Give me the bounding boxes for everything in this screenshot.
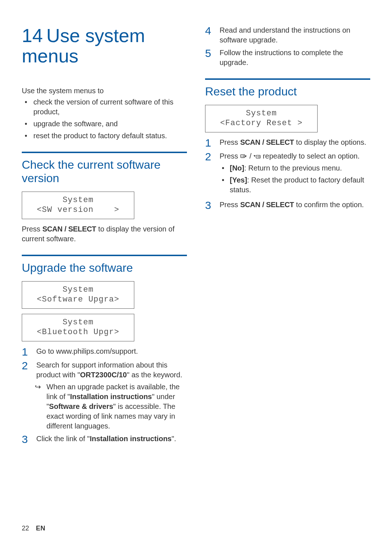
chapter-heading: 14Use system menus [22, 25, 187, 66]
language-code: EN [36, 525, 45, 532]
step-item: 5 Follow the instructions to complete th… [205, 48, 370, 67]
section-upgrade-heading: Upgrade the software [22, 255, 187, 275]
lcd-line1: System [211, 109, 312, 118]
step-number: 1 [205, 138, 220, 148]
step-text: Follow the instructions to complete the … [220, 48, 370, 67]
upgrade-steps-cont: 4 Read and understand the instructions o… [205, 25, 370, 67]
step-item: 1 Press SCAN / SELECT to display the opt… [205, 138, 370, 148]
lcd-line1: System [27, 285, 129, 294]
step-item: 2 Press / repeatedly to select an option… [205, 151, 370, 197]
step-text: Press / repeatedly to select an option. … [220, 151, 370, 197]
step-item: 2 Search for support information about t… [22, 360, 187, 431]
step-text: Click the link of "Installation instruct… [36, 434, 187, 445]
bullet-item: reset the product to factory default sta… [33, 131, 187, 141]
check-instruction: Press SCAN / SELECT to display the versi… [22, 224, 187, 244]
step-number: 3 [205, 200, 220, 211]
bullet-item: upgrade the software, and [33, 119, 187, 129]
step-number: 2 [205, 151, 220, 197]
lcd-line1: System [27, 196, 129, 205]
lcd-line2: <Bluetooth Upgr> [27, 328, 129, 337]
nav-up-icon [253, 152, 263, 160]
upgrade-steps: 1 Go to www.philips.com/support. 2 Searc… [22, 346, 187, 445]
step-text: Go to www.philips.com/support. [36, 346, 187, 357]
chapter-number: 14 [22, 25, 43, 46]
step-number: 5 [205, 48, 220, 67]
step-number: 3 [22, 434, 36, 445]
step-number: 1 [22, 346, 36, 357]
lcd-line1: System [27, 318, 129, 327]
section-reset-heading: Reset the product [205, 78, 370, 98]
page-number: 22 [22, 525, 29, 532]
step-text: Press SCAN / SELECT to confirm the optio… [220, 200, 370, 211]
right-column: 4 Read and understand the instructions o… [205, 25, 370, 448]
intro-text: Use the system menus to [22, 86, 187, 96]
option-no: [No]: Return to the previous menu. [230, 163, 370, 173]
step-item: 1 Go to www.philips.com/support. [22, 346, 187, 357]
step-number: 4 [205, 25, 220, 45]
lcd-line2: <Software Upgra> [27, 295, 129, 304]
scan-select-label: SCAN / SELECT [240, 138, 294, 146]
option-yes: [Yes]: Reset the product to factory defa… [230, 175, 370, 195]
lcd-line2: <SW version > [27, 205, 129, 214]
step-item: 3 Click the link of "Installation instru… [22, 434, 187, 445]
scan-select-label: SCAN / SELECT [42, 225, 96, 233]
reset-options: [No]: Return to the previous menu. [Yes]… [220, 163, 370, 195]
svg-point-1 [241, 156, 242, 156]
step-text: Read and understand the instructions on … [220, 25, 370, 45]
scan-select-label: SCAN / SELECT [240, 201, 294, 209]
svg-point-3 [257, 156, 258, 157]
reset-steps: 1 Press SCAN / SELECT to display the opt… [205, 138, 370, 211]
lcd-factory-reset: System <Factory Reset > [205, 105, 318, 132]
bullet-item: check the version of current software of… [33, 97, 187, 117]
arrow-note: When an upgrade packet is available, the… [36, 382, 187, 431]
lcd-line2: <Factory Reset > [211, 119, 312, 128]
lcd-bluetooth-upgrade: System <Bluetooth Upgr> [22, 314, 134, 341]
lcd-software-upgrade: System <Software Upgra> [22, 281, 134, 309]
step-text: Search for support information about thi… [36, 360, 187, 431]
step-number: 2 [22, 360, 36, 431]
lcd-sw-version: System <SW version > [22, 192, 134, 219]
section-check-heading: Check the current software version [22, 152, 187, 185]
page-footer: 22 EN [22, 525, 45, 532]
step-item: 3 Press SCAN / SELECT to confirm the opt… [205, 200, 370, 211]
step-item: 4 Read and understand the instructions o… [205, 25, 370, 45]
nav-down-icon [240, 152, 250, 160]
page: 14Use system menus Use the system menus … [0, 0, 392, 448]
step-text: Press SCAN / SELECT to display the optio… [220, 138, 370, 148]
left-column: 14Use system menus Use the system menus … [22, 25, 187, 448]
intro-bullets: check the version of current software of… [22, 97, 187, 141]
